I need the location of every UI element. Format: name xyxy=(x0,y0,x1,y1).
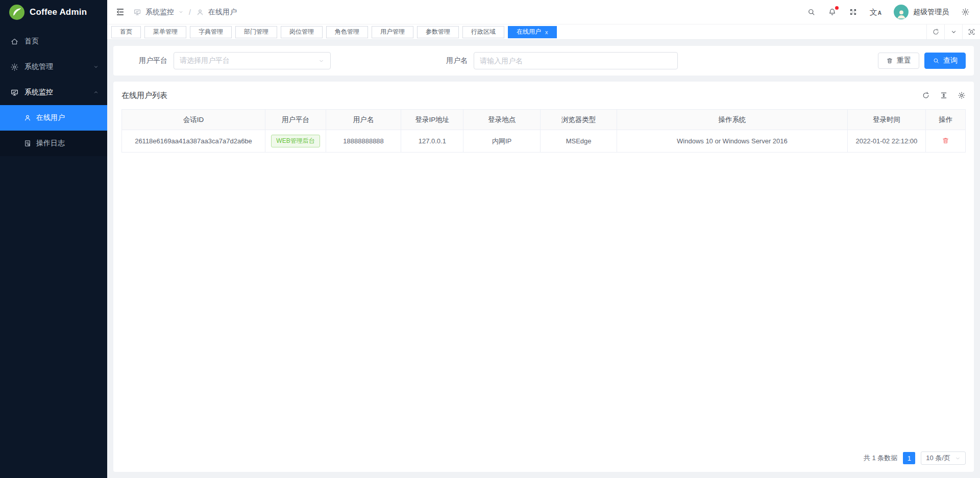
chevron-down-icon xyxy=(93,64,99,70)
app-logo[interactable]: Coffee Admin xyxy=(0,0,107,24)
tab-list: 首页 菜单管理 字典管理 部门管理 岗位管理 角色管理 用户管理 参数管理 行政… xyxy=(107,24,926,39)
breadcrumb: 系统监控 / 在线用户 xyxy=(133,8,237,17)
online-users-card: 在线用户列表 会话ID 用户平台 用户名 登录IP地 xyxy=(113,82,974,472)
username-label: 用户名 xyxy=(446,56,468,65)
cell-platform: WEB管理后台 xyxy=(265,130,326,153)
user-icon xyxy=(23,114,32,122)
tab-label: 部门管理 xyxy=(244,28,268,36)
sidebar-collapse-icon[interactable] xyxy=(115,7,125,17)
sidebar-item-label: 系统监控 xyxy=(24,88,53,97)
clear-icon xyxy=(886,57,893,64)
reset-button[interactable]: 重置 xyxy=(878,53,919,69)
table-actions xyxy=(922,91,966,99)
col-header-browser: 浏览器类型 xyxy=(540,110,617,130)
sidebar-item-label: 首页 xyxy=(24,37,39,46)
sidebar-menu: 首页 系统管理 系统监控 在线用户 操作日志 xyxy=(0,24,107,156)
tab-home[interactable]: 首页 xyxy=(111,26,141,38)
online-users-table: 会话ID 用户平台 用户名 登录IP地址 登录地点 浏览器类型 操作系统 登录时… xyxy=(121,109,966,153)
sidebar-item-system-mgmt[interactable]: 系统管理 xyxy=(0,54,107,80)
tab-label: 岗位管理 xyxy=(289,28,314,36)
notification-dot xyxy=(835,6,839,10)
tab-menu-mgmt[interactable]: 菜单管理 xyxy=(144,26,186,38)
translate-icon[interactable]: 文 A xyxy=(870,8,881,16)
filter-buttons: 重置 查询 xyxy=(878,53,966,69)
settings-gear-icon[interactable] xyxy=(961,8,970,16)
sidebar-subitem-online-user[interactable]: 在线用户 xyxy=(0,105,107,131)
search-button[interactable]: 查询 xyxy=(924,53,966,69)
sidebar-item-home[interactable]: 首页 xyxy=(0,29,107,54)
refresh-page-button[interactable] xyxy=(926,24,944,39)
cell-username: 18888888888 xyxy=(326,130,401,153)
column-settings-icon[interactable] xyxy=(958,91,966,99)
breadcrumb-current: 在线用户 xyxy=(208,8,237,17)
pagination-total: 共 1 条数据 xyxy=(864,454,897,463)
tab-param-mgmt[interactable]: 参数管理 xyxy=(417,26,459,38)
search-icon xyxy=(933,57,940,64)
monitor-icon xyxy=(133,8,141,16)
chevron-down-icon xyxy=(318,58,325,64)
log-icon xyxy=(23,139,32,147)
cell-os: Windows 10 or Windows Server 2016 xyxy=(617,130,847,153)
tab-bar: 首页 菜单管理 字典管理 部门管理 岗位管理 角色管理 用户管理 参数管理 行政… xyxy=(107,24,980,40)
tab-online-user[interactable]: 在线用户 x xyxy=(508,26,557,38)
translate-sub-glyph: A xyxy=(878,11,881,16)
delete-trash-icon[interactable] xyxy=(942,137,949,144)
refresh-table-icon[interactable] xyxy=(922,91,930,99)
chevron-up-icon xyxy=(93,89,99,95)
row-density-icon[interactable] xyxy=(940,91,948,99)
col-header-actions: 操作 xyxy=(926,110,966,130)
page-size-select[interactable]: 10 条/页 xyxy=(921,451,966,465)
header-actions: 文 A 超级管理员 xyxy=(807,5,970,19)
reset-button-label: 重置 xyxy=(897,56,911,65)
home-icon xyxy=(10,37,19,46)
tab-label: 角色管理 xyxy=(335,28,359,36)
sidebar-item-label: 系统管理 xyxy=(24,62,53,71)
platform-tag: WEB管理后台 xyxy=(271,135,320,147)
table-header-row: 会话ID 用户平台 用户名 登录IP地址 登录地点 浏览器类型 操作系统 登录时… xyxy=(122,110,966,130)
col-header-session-id: 会话ID xyxy=(122,110,265,130)
col-header-ip: 登录IP地址 xyxy=(401,110,463,130)
avatar xyxy=(894,5,909,19)
col-header-login-time: 登录时间 xyxy=(847,110,926,130)
tab-position-mgmt[interactable]: 岗位管理 xyxy=(281,26,323,38)
card-header: 在线用户列表 xyxy=(121,82,966,109)
sidebar: Coffee Admin 首页 系统管理 系统监控 在线用户 操作日志 xyxy=(0,0,107,478)
monitor-icon xyxy=(10,88,19,97)
translate-main-glyph: 文 xyxy=(870,8,877,16)
sidebar-item-system-monitor[interactable]: 系统监控 xyxy=(0,80,107,105)
leaf-logo-icon xyxy=(9,5,24,20)
breadcrumb-section[interactable]: 系统监控 xyxy=(145,8,174,17)
close-tab-icon[interactable]: x xyxy=(545,29,548,35)
tab-options-button[interactable] xyxy=(944,24,962,39)
page-size-value: 10 条/页 xyxy=(926,454,950,463)
tab-label: 字典管理 xyxy=(199,28,223,36)
chevron-down-icon xyxy=(178,9,184,15)
sidebar-subitem-operation-log[interactable]: 操作日志 xyxy=(0,131,107,156)
username-input[interactable] xyxy=(474,52,678,69)
tab-role-mgmt[interactable]: 角色管理 xyxy=(326,26,368,38)
pagination: 共 1 条数据 1 10 条/页 xyxy=(121,444,966,472)
page-number-button[interactable]: 1 xyxy=(903,452,915,464)
platform-select[interactable]: 请选择用户平台 xyxy=(174,52,331,69)
main-area: 系统监控 / 在线用户 文 A 超级管理员 首页 xyxy=(107,0,980,478)
tab-label: 参数管理 xyxy=(426,28,450,36)
maximize-content-button[interactable] xyxy=(962,24,980,39)
breadcrumb-separator: / xyxy=(189,8,191,16)
fullscreen-icon[interactable] xyxy=(849,8,857,16)
tab-dict-mgmt[interactable]: 字典管理 xyxy=(190,26,232,38)
avatar-person-icon xyxy=(896,8,907,19)
platform-select-placeholder: 请选择用户平台 xyxy=(180,56,230,65)
chevron-down-icon xyxy=(954,455,961,462)
tab-user-mgmt[interactable]: 用户管理 xyxy=(372,26,413,38)
tab-district[interactable]: 行政区域 xyxy=(462,26,504,38)
user-menu[interactable]: 超级管理员 xyxy=(894,5,949,19)
platform-label: 用户平台 xyxy=(139,56,167,65)
search-icon[interactable] xyxy=(807,8,816,16)
tab-dept-mgmt[interactable]: 部门管理 xyxy=(235,26,277,38)
tab-label: 行政区域 xyxy=(471,28,496,36)
leaf-icon xyxy=(11,7,22,18)
cell-actions xyxy=(926,130,966,153)
notifications-button[interactable] xyxy=(828,8,837,16)
app-title: Coffee Admin xyxy=(30,7,87,17)
col-header-os: 操作系统 xyxy=(617,110,847,130)
